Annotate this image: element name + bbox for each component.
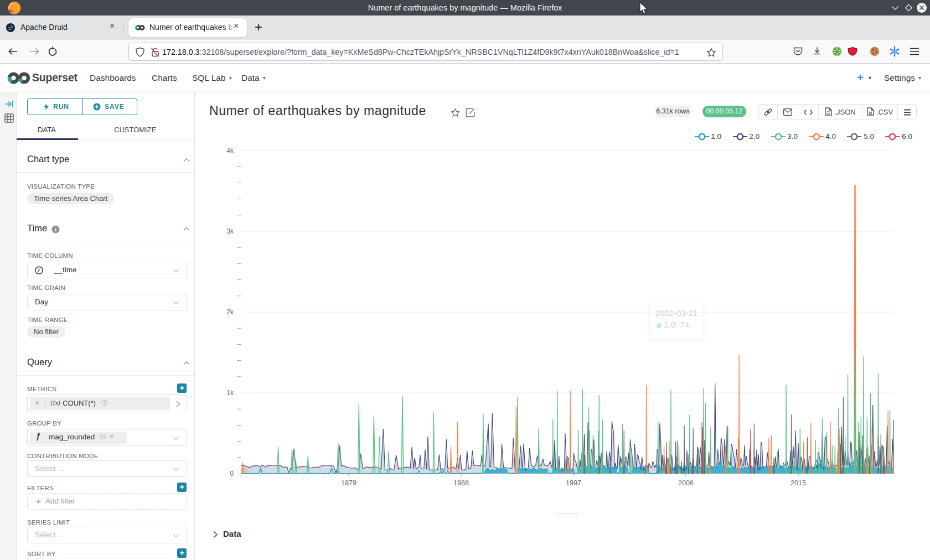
svg-text:2006: 2006 [678,479,694,487]
svg-text:1988: 1988 [453,479,469,487]
svg-text:3k: 3k [226,227,234,235]
svg-text:1997: 1997 [566,479,581,487]
svg-text:4k: 4k [226,147,234,154]
svg-text:1979: 1979 [341,479,356,487]
svg-text:2015: 2015 [790,479,806,487]
svg-text:1k: 1k [226,389,234,397]
svg-text:0: 0 [230,470,234,478]
svg-text:2k: 2k [226,308,234,316]
